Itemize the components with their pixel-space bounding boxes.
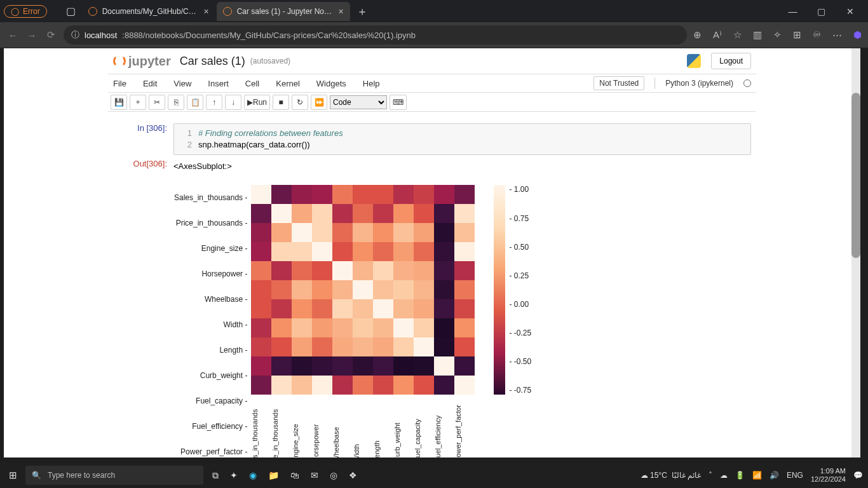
url-host: localhost	[85, 30, 117, 40]
browser-chrome: ◯ Error ▢ Documents/My_GitHub/Cars-pric …	[0, 0, 868, 48]
task-view-icon[interactable]: ⧉	[212, 470, 219, 481]
notebook-title[interactable]: Car sales (1)	[180, 55, 245, 68]
mail-icon[interactable]: ✉	[311, 470, 318, 481]
menu-file[interactable]: File	[113, 79, 126, 88]
kernel-name[interactable]: Python 3 (ipykernel)	[665, 79, 733, 88]
tab-active[interactable]: Car sales (1) - Jupyter Notebook ×	[217, 2, 350, 21]
back-button[interactable]: ←	[6, 30, 19, 41]
menu-help[interactable]: Help	[363, 79, 380, 88]
command-palette-button[interactable]: ⌨	[390, 95, 407, 110]
language-indicator[interactable]: ENG	[787, 471, 803, 480]
scrollbar-thumb[interactable]	[851, 93, 860, 258]
read-aloud-icon[interactable]: A⁾	[713, 29, 722, 41]
menu-edit[interactable]: Edit	[143, 79, 157, 88]
close-icon[interactable]: ×	[338, 6, 343, 17]
forward-button[interactable]: →	[25, 30, 38, 41]
close-window-button[interactable]: ✕	[836, 2, 864, 21]
info-icon: ⓘ	[71, 29, 79, 41]
copilot-icon[interactable]: ⬢	[853, 29, 862, 41]
clock[interactable]: 1:09 AM 12/22/2024	[811, 467, 846, 484]
save-button[interactable]: 💾	[111, 95, 127, 110]
pinned-app-icon[interactable]: ❖	[349, 470, 357, 481]
heatmap-output: Sales_in_thousands -Price_in_thousands -…	[174, 185, 751, 458]
jupyter-favicon-icon	[88, 7, 97, 16]
jupyter-ring-icon	[113, 55, 126, 67]
not-trusted-button[interactable]: Not Trusted	[593, 76, 644, 90]
tab-inactive[interactable]: Documents/My_GitHub/Cars-pric ×	[82, 2, 215, 21]
menu-view[interactable]: View	[173, 79, 191, 88]
colorbar: - 1.00- 0.75- 0.50- 0.25- 0.00- -0.25- -…	[494, 185, 531, 458]
volume-icon[interactable]: 🔊	[770, 471, 779, 480]
logout-button[interactable]: Logout	[711, 53, 751, 69]
colorbar-ticks: - 1.00- 0.75- 0.50- 0.25- 0.00- -0.25- -…	[505, 185, 531, 395]
maximize-button[interactable]: ▢	[807, 2, 836, 21]
jupyter-favicon-icon	[223, 7, 232, 16]
input-prompt: In [306]:	[113, 123, 173, 155]
url-input[interactable]: ⓘ localhost:8888/notebooks/Documents/My_…	[64, 25, 687, 44]
user-icon: ◯	[11, 7, 19, 16]
autosave-label: (autosaved)	[250, 57, 290, 65]
cell-type-select[interactable]: Code	[330, 95, 387, 109]
more-icon[interactable]: ⋯	[832, 29, 842, 41]
collections-icon[interactable]: ✧	[773, 29, 782, 41]
url-path: :8888/notebooks/Documents/My_GitHub/Cars…	[122, 30, 416, 40]
zoom-icon[interactable]: ⊕	[693, 29, 702, 41]
weather-widget[interactable]: ☁ 15°C غائم غالبًا	[641, 471, 701, 480]
kernel-status-icon	[743, 79, 751, 87]
start-button[interactable]: ⊞	[0, 470, 25, 481]
battery-icon[interactable]: 🔋	[735, 471, 745, 480]
wifi-icon[interactable]: 📶	[752, 471, 762, 480]
copy-button[interactable]: ⎘	[168, 95, 184, 110]
notifications-icon[interactable]: 💬	[853, 471, 863, 480]
code-cell[interactable]: 1# Finding correlations between features…	[173, 123, 751, 155]
menu-kernel[interactable]: Kernel	[276, 79, 300, 88]
jupyter-logo[interactable]: jupyter	[113, 54, 171, 69]
taskbar-search[interactable]: 🔍 Type here to search	[25, 466, 203, 485]
windows-taskbar: ⊞ 🔍 Type here to search ⧉ ✦ ◉ 📁 🛍 ✉ ◎ ❖ …	[0, 463, 868, 488]
code-line: snp.heatmap(cars_data.corr())	[198, 139, 310, 151]
sync-icon[interactable]: ♾	[813, 29, 821, 41]
cut-button[interactable]: ✂	[149, 95, 165, 110]
code-line: # Finding correlations between features	[198, 128, 343, 139]
tab-strip: ◯ Error ▢ Documents/My_GitHub/Cars-pric …	[0, 0, 868, 22]
move-down-button[interactable]: ↓	[225, 95, 241, 110]
jupyter-page: jupyter Car sales (1) (autosaved) Logout…	[4, 48, 860, 458]
search-placeholder: Type here to search	[48, 471, 115, 480]
menu-cell[interactable]: Cell	[245, 79, 259, 88]
close-icon[interactable]: ×	[203, 6, 208, 17]
extensions-icon[interactable]: ⊞	[793, 29, 801, 41]
edge-icon[interactable]: ◉	[249, 470, 257, 481]
explorer-icon[interactable]: 📁	[268, 470, 279, 481]
run-button[interactable]: ▶ Run	[244, 95, 270, 110]
tray-chevron-icon[interactable]: ˄	[709, 471, 712, 480]
menu-widgets[interactable]: Widgets	[316, 79, 346, 88]
error-indicator[interactable]: ◯ Error	[4, 5, 47, 18]
copilot-taskbar-icon[interactable]: ✦	[230, 470, 238, 481]
output-text: <AxesSubplot:>	[173, 159, 751, 173]
stop-button[interactable]: ■	[273, 95, 289, 110]
chrome-icon[interactable]: ◎	[330, 470, 337, 481]
fast-forward-button[interactable]: ⏩	[311, 95, 327, 110]
store-icon[interactable]: 🛍	[290, 470, 299, 481]
menu-bar: File Edit View Insert Cell Kernel Widget…	[108, 74, 756, 93]
onedrive-icon[interactable]: ☁	[720, 471, 728, 480]
restart-button[interactable]: ↻	[292, 95, 308, 110]
minimize-button[interactable]: ―	[778, 2, 807, 21]
move-up-button[interactable]: ↑	[206, 95, 222, 110]
refresh-button[interactable]: ⟳	[44, 29, 57, 41]
favorite-icon[interactable]: ☆	[733, 29, 742, 41]
colorbar-gradient	[494, 185, 505, 395]
toolbar: 💾 ＋ ✂ ⎘ 📋 ↑ ↓ ▶ Run ■ ↻ ⏩ Code ⌨	[108, 93, 756, 112]
split-icon[interactable]: ▥	[753, 29, 762, 41]
new-tab-button[interactable]: ＋	[351, 4, 373, 19]
paste-button[interactable]: 📋	[187, 95, 203, 110]
menu-insert[interactable]: Insert	[208, 79, 229, 88]
heatmap-y-labels: Sales_in_thousands -Price_in_thousands -…	[174, 185, 251, 458]
error-label: Error	[23, 7, 40, 16]
workspace-icon[interactable]: ▢	[61, 5, 81, 17]
jupyter-header: jupyter Car sales (1) (autosaved) Logout	[108, 48, 756, 74]
heatmap-x-labels: es_in_thousandsce_in_thousandsEngine_siz…	[251, 395, 475, 458]
tab-title: Car sales (1) - Jupyter Notebook	[237, 7, 334, 16]
tab-title: Documents/My_GitHub/Cars-pric	[102, 7, 199, 16]
add-cell-button[interactable]: ＋	[130, 95, 146, 110]
